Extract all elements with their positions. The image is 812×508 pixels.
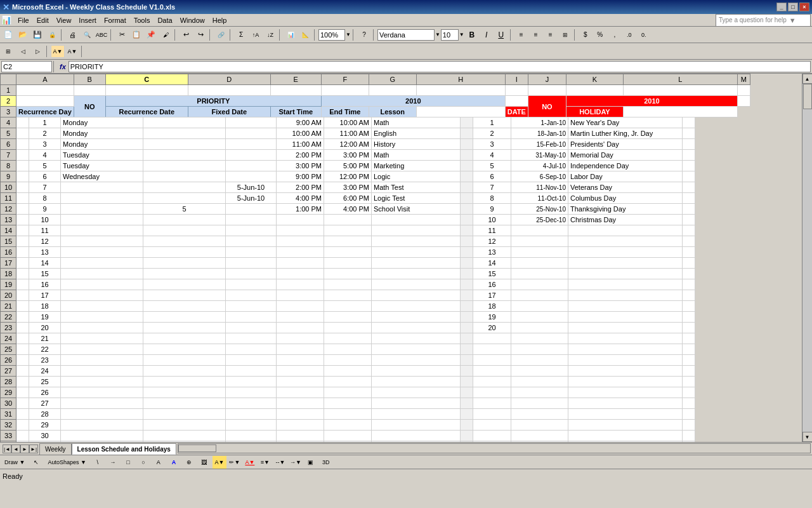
hyperlink-button[interactable]: 🔗 — [214, 29, 228, 41]
row-header-24[interactable]: 24 — [1, 333, 16, 344]
cell-j20-year-no[interactable]: 17 — [473, 290, 511, 301]
cell-f16-starttime[interactable] — [277, 247, 324, 258]
cell-m24[interactable] — [683, 333, 695, 344]
cell-k24-date[interactable] — [511, 333, 568, 344]
row-header-27[interactable]: 27 — [1, 366, 16, 377]
cell-k8-date[interactable]: 4-Jul-10 — [511, 161, 568, 171]
cell-b21-no[interactable]: 18 — [29, 301, 61, 312]
cell-i13[interactable] — [461, 215, 473, 225]
cell-j4-year-no[interactable]: 1 — [473, 117, 511, 128]
cell-d18-recdate[interactable] — [143, 269, 226, 279]
cell-c34-recday[interactable] — [61, 441, 143, 443]
cell-a17[interactable] — [16, 258, 29, 269]
col-header-l[interactable]: L — [623, 74, 737, 85]
cell-d25-recdate[interactable] — [143, 344, 226, 355]
cell-c16-recday[interactable] — [61, 247, 143, 258]
cell-m29[interactable] — [683, 387, 695, 398]
cell-c22-recday[interactable] — [61, 312, 143, 323]
cell-a32[interactable] — [16, 420, 29, 431]
col-header-i[interactable]: I — [505, 74, 528, 85]
fontsize-dropdown-arrow[interactable]: ▼ — [459, 32, 464, 37]
rectangle-tool[interactable]: □ — [121, 456, 135, 469]
cell-f32-starttime[interactable] — [277, 420, 324, 431]
cell-c8-recday[interactable]: Tuesday — [61, 161, 143, 171]
cell-g1[interactable] — [369, 85, 416, 96]
autosum-button[interactable]: Σ — [234, 29, 248, 41]
menu-format[interactable]: Format — [100, 16, 130, 25]
row-header-14[interactable]: 14 — [1, 225, 16, 236]
cell-g7-endtime[interactable]: 3:00 PM — [324, 150, 372, 161]
cell-l33-holiday[interactable] — [568, 431, 683, 441]
cell-l1[interactable] — [623, 85, 737, 96]
cell-m18[interactable] — [683, 269, 695, 279]
tab-lesson-schedule[interactable]: Lesson Schedule and Holidays — [72, 443, 176, 455]
cell-h27-lesson[interactable] — [372, 366, 461, 377]
cell-i22[interactable] — [461, 312, 473, 323]
cell-a26[interactable] — [16, 355, 29, 366]
cell-h9-lesson[interactable]: Logic — [372, 171, 461, 182]
formula-input[interactable]: PRIORITY — [69, 61, 811, 72]
cell-f11-starttime[interactable]: 4:00 PM — [277, 193, 324, 204]
cell-i5[interactable] — [461, 128, 473, 139]
scroll-thumb[interactable] — [803, 84, 812, 109]
cell-h23-lesson[interactable] — [372, 323, 461, 333]
cell-h30-lesson[interactable] — [372, 398, 461, 409]
cell-c3-recday[interactable]: Recurrence Day — [16, 107, 74, 117]
cell-g30-endtime[interactable] — [324, 398, 372, 409]
cell-b30-no[interactable]: 27 — [29, 398, 61, 409]
row-header-10[interactable]: 10 — [1, 182, 16, 193]
cell-d26-recdate[interactable] — [143, 355, 226, 366]
cell-a8[interactable] — [16, 161, 29, 171]
cell-d29-recdate[interactable] — [143, 387, 226, 398]
zoom-dropdown-arrow[interactable]: ▼ — [346, 32, 351, 37]
row-header-8[interactable]: 8 — [1, 161, 16, 171]
cell-l30-holiday[interactable] — [568, 398, 683, 409]
cell-a24[interactable] — [16, 333, 29, 344]
new-button[interactable]: 📄 — [1, 29, 15, 41]
cell-k26-date[interactable] — [511, 355, 568, 366]
cell-i29[interactable] — [461, 387, 473, 398]
cell-b1[interactable] — [74, 85, 105, 96]
cell-m21[interactable] — [683, 301, 695, 312]
cell-k11-date[interactable]: 11-Oct-10 — [511, 193, 568, 204]
menu-help[interactable]: Help — [209, 16, 231, 25]
cell-g16-endtime[interactable] — [324, 247, 372, 258]
cell-b24-no[interactable]: 21 — [29, 333, 61, 344]
cell-j14-year-no[interactable]: 11 — [473, 225, 511, 236]
cell-i7[interactable] — [461, 150, 473, 161]
cell-h25-lesson[interactable] — [372, 344, 461, 355]
cell-k2-year-2010[interactable]: 2010 — [566, 96, 737, 107]
cell-b29-no[interactable]: 26 — [29, 387, 61, 398]
cell-b14-no[interactable]: 11 — [29, 225, 61, 236]
cell-d32-recdate[interactable] — [143, 420, 226, 431]
cell-b25-no[interactable]: 22 — [29, 344, 61, 355]
cell-d10-recdate[interactable] — [143, 182, 226, 193]
cell-k12-date[interactable]: 25-Nov-10 — [511, 204, 568, 215]
cell-i20[interactable] — [461, 290, 473, 301]
cell-h34-lesson[interactable] — [372, 441, 461, 443]
cell-g9-endtime[interactable]: 12:00 PM — [324, 171, 372, 182]
cell-d11-recdate[interactable] — [143, 193, 226, 204]
cell-f31-starttime[interactable] — [277, 409, 324, 420]
cell-g11-endtime[interactable]: 6:00 PM — [324, 193, 372, 204]
cell-g32-endtime[interactable] — [324, 420, 372, 431]
cell-g25-endtime[interactable] — [324, 344, 372, 355]
cell-m9[interactable] — [683, 171, 695, 182]
cell-h33-lesson[interactable] — [372, 431, 461, 441]
row-header-32[interactable]: 32 — [1, 420, 16, 431]
cell-m13[interactable] — [683, 215, 695, 225]
cell-f34-starttime[interactable] — [277, 441, 324, 443]
cell-m31[interactable] — [683, 409, 695, 420]
row-header-20[interactable]: 20 — [1, 290, 16, 301]
cell-k22-date[interactable] — [511, 312, 568, 323]
cell-c13-recday[interactable] — [61, 215, 143, 225]
cell-f8-starttime[interactable]: 3:00 PM — [277, 161, 324, 171]
cell-a21[interactable] — [16, 301, 29, 312]
cell-i12[interactable] — [461, 204, 473, 215]
shadow-button[interactable]: ▣ — [304, 456, 318, 469]
cell-a30[interactable] — [16, 398, 29, 409]
cell-m1[interactable] — [737, 85, 750, 96]
cell-f20-starttime[interactable] — [277, 290, 324, 301]
cell-g6-endtime[interactable]: 12:00 AM — [324, 139, 372, 150]
redo-button[interactable]: ↪ — [193, 29, 207, 41]
